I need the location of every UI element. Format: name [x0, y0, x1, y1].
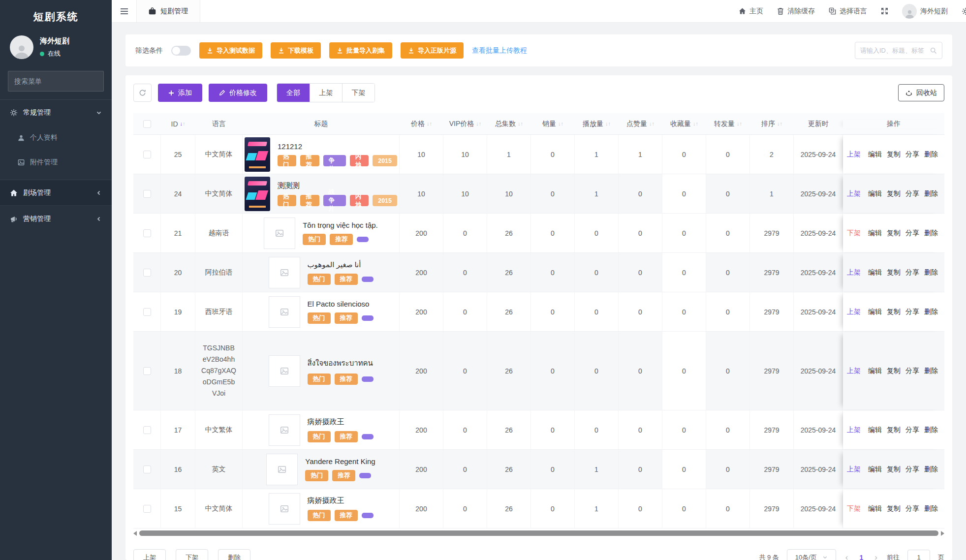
column-header[interactable]: VIP价格↓↑: [443, 120, 487, 128]
import-licensed-source-button[interactable]: 导入正版片源: [401, 42, 464, 59]
delete-link[interactable]: 删除: [924, 465, 938, 474]
sidebar-item-marketing[interactable]: 营销管理: [0, 206, 112, 232]
column-header[interactable]: 价格↓↑: [400, 120, 443, 128]
copy-link[interactable]: 复制: [887, 189, 901, 198]
column-header[interactable]: 点赞量↓↑: [619, 120, 662, 128]
status-link[interactable]: 上架: [847, 268, 861, 277]
placeholder-thumbnail[interactable]: [269, 414, 300, 446]
placeholder-thumbnail[interactable]: [264, 218, 295, 249]
column-header[interactable]: 转发量↓↑: [706, 120, 750, 128]
sidebar-search-input[interactable]: [14, 77, 103, 85]
row-checkbox[interactable]: [143, 466, 151, 473]
sort-icons[interactable]: ↓↑: [649, 121, 654, 126]
status-link[interactable]: 上架: [847, 150, 861, 159]
sort-icons[interactable]: ↓↑: [518, 121, 523, 126]
copy-link[interactable]: 复制: [887, 308, 901, 316]
placeholder-thumbnail[interactable]: [269, 355, 300, 387]
edit-link[interactable]: 编辑: [868, 268, 882, 277]
row-checkbox[interactable]: [143, 426, 151, 434]
edit-link[interactable]: 编辑: [868, 308, 882, 316]
share-link[interactable]: 分享: [905, 189, 919, 198]
share-link[interactable]: 分享: [905, 367, 919, 375]
edit-link[interactable]: 编辑: [868, 189, 882, 198]
delete-link[interactable]: 删除: [924, 229, 938, 238]
edit-link[interactable]: 编辑: [868, 367, 882, 375]
sort-icons[interactable]: ↓↑: [427, 121, 432, 126]
row-checkbox[interactable]: [143, 229, 151, 237]
share-link[interactable]: 分享: [905, 308, 919, 316]
copy-link[interactable]: 复制: [887, 426, 901, 435]
batch-on-shelf-button[interactable]: 上架: [133, 549, 166, 560]
delete-link[interactable]: 删除: [924, 426, 938, 435]
share-link[interactable]: 分享: [905, 504, 919, 513]
sidebar-item-theater[interactable]: 剧场管理: [0, 180, 112, 206]
settings-button[interactable]: [962, 7, 966, 15]
delete-link[interactable]: 删除: [924, 367, 938, 375]
goto-page-input[interactable]: [907, 550, 930, 560]
batch-import-button[interactable]: 批量导入剧集: [329, 42, 392, 59]
copy-link[interactable]: 复制: [887, 150, 901, 159]
sidebar-item-general[interactable]: 常规管理: [0, 99, 112, 125]
copy-link[interactable]: 复制: [887, 229, 901, 238]
row-checkbox[interactable]: [143, 269, 151, 277]
placeholder-thumbnail[interactable]: [269, 257, 300, 288]
poster-thumbnail[interactable]: [245, 177, 270, 211]
placeholder-thumbnail[interactable]: [269, 296, 300, 328]
sidebar-item-attachments[interactable]: 附件管理: [0, 150, 112, 175]
share-link[interactable]: 分享: [905, 268, 919, 277]
batch-delete-button[interactable]: 删除: [218, 549, 250, 560]
sort-icons[interactable]: ↓↑: [558, 121, 563, 126]
copy-link[interactable]: 复制: [887, 367, 901, 375]
download-template-button[interactable]: 下载模板: [271, 42, 321, 59]
row-checkbox[interactable]: [143, 367, 151, 375]
delete-link[interactable]: 删除: [924, 504, 938, 513]
current-page[interactable]: 1: [858, 554, 866, 560]
refresh-button[interactable]: [133, 84, 152, 102]
poster-thumbnail[interactable]: [245, 137, 270, 172]
table-search[interactable]: [855, 42, 942, 59]
row-checkbox[interactable]: [143, 190, 151, 198]
column-header[interactable]: 总集数↓↑: [487, 120, 531, 128]
sidebar-search[interactable]: [8, 71, 104, 92]
page-size-select[interactable]: 10条/页: [787, 549, 836, 560]
sort-icons[interactable]: ↓↑: [693, 121, 698, 126]
import-test-data-button[interactable]: 导入测试数据: [199, 42, 262, 59]
share-link[interactable]: 分享: [905, 150, 919, 159]
tab-drama-management[interactable]: 短剧管理: [136, 0, 200, 22]
sort-icons[interactable]: ↓↑: [476, 121, 481, 126]
status-link[interactable]: 下架: [847, 504, 861, 513]
row-checkbox[interactable]: [143, 308, 151, 316]
tab-on-shelf[interactable]: 上架: [310, 84, 342, 102]
fullscreen-button[interactable]: [881, 7, 888, 15]
tab-off-shelf[interactable]: 下架: [342, 84, 374, 102]
status-link[interactable]: 下架: [847, 229, 861, 238]
sort-icons[interactable]: ↓↑: [180, 121, 186, 126]
scroll-left-arrow[interactable]: [133, 531, 137, 536]
user-menu[interactable]: 海外短剧: [902, 4, 948, 19]
status-link[interactable]: 上架: [847, 465, 861, 474]
select-language-button[interactable]: 选择语言: [829, 7, 867, 16]
status-link[interactable]: 上架: [847, 426, 861, 435]
delete-link[interactable]: 删除: [924, 150, 938, 159]
row-checkbox[interactable]: [143, 151, 151, 158]
edit-link[interactable]: 编辑: [868, 504, 882, 513]
scroll-right-arrow[interactable]: [941, 531, 944, 536]
prev-page-button[interactable]: ‹: [844, 553, 850, 560]
delete-link[interactable]: 删除: [924, 268, 938, 277]
home-link[interactable]: 主页: [739, 7, 763, 16]
edit-link[interactable]: 编辑: [868, 229, 882, 238]
share-link[interactable]: 分享: [905, 426, 919, 435]
scrollbar-thumb[interactable]: [139, 530, 938, 536]
share-link[interactable]: 分享: [905, 465, 919, 474]
tab-all[interactable]: 全部: [277, 84, 310, 102]
price-edit-button[interactable]: 价格修改: [209, 84, 267, 102]
copy-link[interactable]: 复制: [887, 465, 901, 474]
delete-link[interactable]: 删除: [924, 308, 938, 316]
sort-icons[interactable]: ↓↑: [605, 121, 611, 126]
copy-link[interactable]: 复制: [887, 268, 901, 277]
placeholder-thumbnail[interactable]: [269, 493, 300, 525]
column-header[interactable]: 收藏量↓↑: [662, 120, 706, 128]
table-search-input[interactable]: [860, 47, 927, 54]
edit-link[interactable]: 编辑: [868, 150, 882, 159]
filter-toggle[interactable]: [171, 46, 191, 56]
